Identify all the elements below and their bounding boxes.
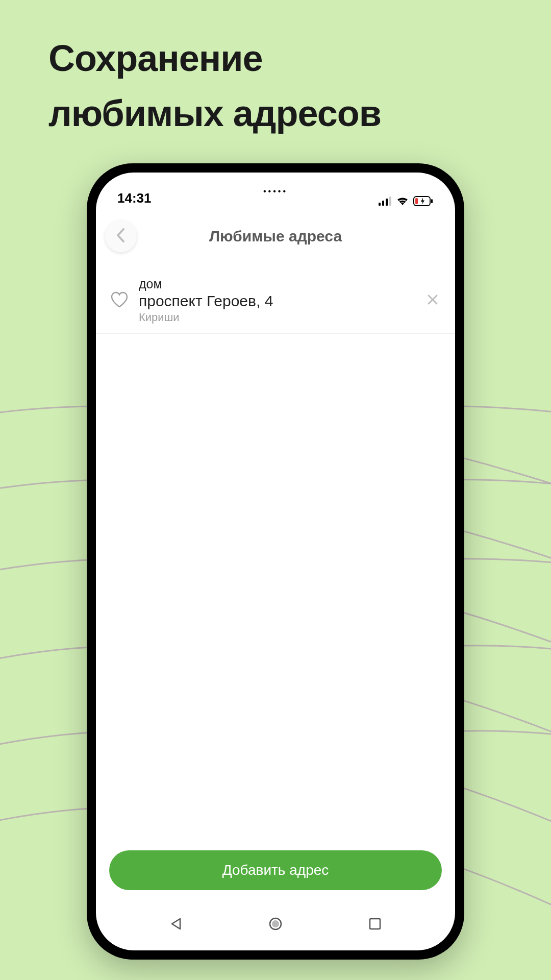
add-address-button-label: Добавить адрес bbox=[222, 862, 329, 878]
favorite-address-list: дом проспект Героев, 4 Кириши bbox=[96, 264, 455, 334]
square-recents-icon bbox=[368, 917, 382, 933]
svg-rect-6 bbox=[415, 198, 418, 204]
nav-home-button[interactable] bbox=[265, 915, 286, 935]
address-line: проспект Героев, 4 bbox=[139, 292, 414, 310]
svg-rect-5 bbox=[431, 199, 433, 203]
headline-line-2: любимых адресов bbox=[48, 86, 503, 141]
address-label: дом bbox=[139, 277, 414, 291]
nav-back-button[interactable] bbox=[166, 915, 186, 935]
add-address-button[interactable]: Добавить адрес bbox=[109, 850, 442, 890]
delete-address-button[interactable] bbox=[422, 290, 443, 311]
svg-rect-2 bbox=[386, 199, 388, 206]
battery-low-icon bbox=[413, 196, 434, 206]
status-right-icons bbox=[379, 196, 434, 206]
system-nav-bar bbox=[96, 904, 455, 950]
headline-line-1: Сохранение bbox=[48, 31, 503, 86]
marketing-headline: Сохранение любимых адресов bbox=[48, 31, 503, 141]
svg-rect-3 bbox=[389, 197, 391, 206]
phone-screen: ••••• 14:31 Любимые адреса bbox=[96, 173, 455, 950]
app-header: Любимые адреса bbox=[96, 208, 455, 264]
heart-icon bbox=[110, 291, 129, 310]
triangle-back-icon bbox=[169, 917, 183, 933]
content-spacer bbox=[96, 334, 455, 850]
speaker-dots: ••••• bbox=[263, 187, 288, 196]
svg-point-8 bbox=[272, 920, 279, 927]
close-icon bbox=[427, 293, 439, 308]
wifi-icon bbox=[396, 196, 409, 206]
phone-frame: ••••• 14:31 Любимые адреса bbox=[87, 163, 464, 960]
svg-rect-1 bbox=[382, 201, 384, 206]
circle-home-icon bbox=[268, 916, 283, 934]
svg-rect-9 bbox=[370, 919, 380, 929]
svg-rect-0 bbox=[379, 203, 381, 206]
page-title: Любимые адреса bbox=[96, 228, 455, 245]
nav-recents-button[interactable] bbox=[365, 915, 385, 935]
cellular-signal-icon bbox=[379, 197, 392, 206]
address-city: Кириши bbox=[139, 311, 414, 324]
address-text-block: дом проспект Героев, 4 Кириши bbox=[139, 277, 414, 324]
favorite-address-row[interactable]: дом проспект Героев, 4 Кириши bbox=[96, 270, 455, 334]
status-time: 14:31 bbox=[117, 190, 152, 206]
